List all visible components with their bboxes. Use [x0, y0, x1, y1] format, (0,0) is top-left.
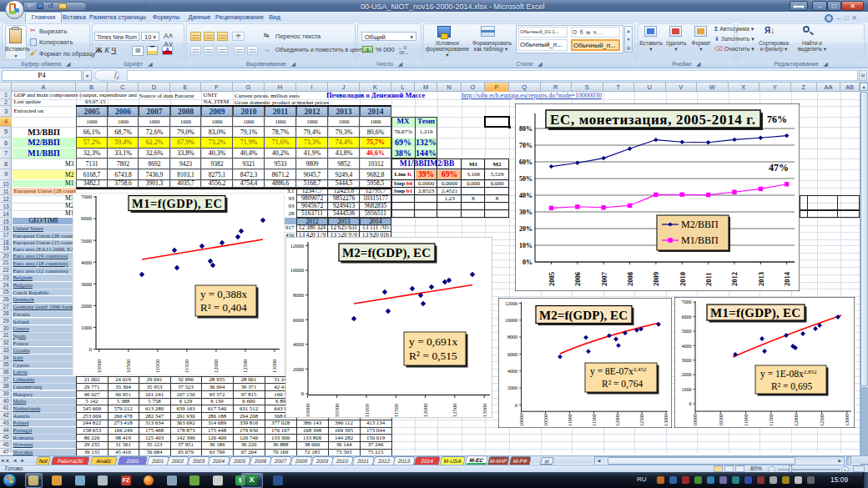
- svg-text:12000: 12000: [615, 414, 620, 426]
- svg-text:4000: 4000: [682, 344, 692, 349]
- svg-text:2014: 2014: [783, 271, 791, 286]
- svg-text:80%: 80%: [519, 125, 532, 133]
- svg-text:2009: 2009: [652, 272, 660, 286]
- svg-text:10500: 10500: [334, 404, 340, 417]
- svg-text:2008: 2008: [626, 272, 634, 286]
- svg-text:0: 0: [301, 390, 304, 396]
- svg-text:10%: 10%: [519, 242, 532, 249]
- svg-text:0: 0: [515, 403, 517, 408]
- svg-text:10500: 10500: [719, 414, 724, 426]
- svg-text:4000: 4000: [81, 259, 92, 265]
- svg-text:13000: 13000: [845, 414, 850, 426]
- svg-text:13000: 13000: [271, 360, 277, 373]
- svg-text:6000: 6000: [81, 215, 92, 221]
- svg-text:60%: 60%: [519, 158, 532, 166]
- svg-text:3000: 3000: [682, 358, 692, 363]
- svg-text:12500: 12500: [242, 360, 248, 373]
- svg-text:M2=f(GDP), ЕС: M2=f(GDP), ЕС: [539, 309, 628, 323]
- svg-text:11000: 11000: [154, 360, 160, 373]
- svg-text:12500: 12500: [639, 414, 644, 426]
- svg-text:2010: 2010: [679, 272, 687, 286]
- svg-text:4000: 4000: [507, 369, 517, 374]
- svg-text:2011: 2011: [704, 272, 713, 286]
- svg-text:ЕС, монетизация, 2005-2014 г.: ЕС, монетизация, 2005-2014 г.: [550, 112, 755, 128]
- svg-text:11000: 11000: [364, 404, 370, 417]
- svg-text:3000: 3000: [81, 281, 92, 287]
- svg-text:12000: 12000: [213, 360, 219, 373]
- svg-text:0%: 0%: [522, 259, 532, 266]
- svg-text:1000: 1000: [81, 324, 92, 330]
- svg-text:0: 0: [89, 346, 92, 352]
- svg-text:2000: 2000: [507, 385, 517, 390]
- svg-text:11000: 11000: [744, 414, 749, 426]
- svg-text:11500: 11500: [769, 414, 774, 426]
- svg-text:2006: 2006: [573, 272, 582, 286]
- svg-text:М1/ВВП: М1/ВВП: [681, 234, 719, 246]
- svg-text:M1=f(GDP), ЕС: M1=f(GDP), ЕС: [132, 197, 222, 211]
- svg-text:10000: 10000: [519, 414, 524, 426]
- svg-text:M2=f(GDP), ЕС: M2=f(GDP), ЕС: [342, 246, 431, 260]
- svg-text:20%: 20%: [519, 225, 532, 233]
- svg-text:5000: 5000: [81, 238, 92, 244]
- svg-text:12000: 12000: [422, 404, 428, 417]
- svg-text:7000: 7000: [682, 299, 692, 304]
- svg-text:12500: 12500: [820, 414, 825, 426]
- svg-text:R² = 0,404: R² = 0,404: [200, 301, 247, 314]
- svg-text:40%: 40%: [519, 192, 532, 199]
- svg-text:12000: 12000: [794, 414, 799, 426]
- svg-text:6000: 6000: [507, 352, 517, 357]
- svg-text:10000: 10000: [693, 414, 698, 426]
- svg-text:М2/ВВП: М2/ВВП: [681, 219, 719, 230]
- svg-text:10500: 10500: [125, 360, 131, 373]
- svg-text:0: 0: [689, 401, 692, 406]
- svg-text:11000: 11000: [568, 414, 573, 426]
- svg-text:11500: 11500: [393, 404, 399, 417]
- svg-text:2013: 2013: [757, 272, 765, 286]
- svg-text:M1=f(GDP), ЕС: M1=f(GDP), ЕС: [710, 306, 800, 320]
- svg-text:2000: 2000: [682, 372, 692, 377]
- svg-text:y = 0,388x: y = 0,388x: [200, 288, 248, 300]
- svg-text:7000: 7000: [81, 194, 92, 199]
- svg-text:2007: 2007: [600, 271, 608, 286]
- svg-text:50%: 50%: [519, 175, 532, 183]
- svg-text:2000: 2000: [81, 303, 92, 309]
- svg-text:6000: 6000: [293, 317, 304, 323]
- svg-text:12500: 12500: [452, 404, 457, 417]
- svg-text:4000: 4000: [293, 341, 304, 347]
- svg-text:13000: 13000: [482, 404, 487, 417]
- svg-text:6000: 6000: [682, 314, 692, 319]
- svg-text:y = 0,691x: y = 0,691x: [409, 335, 457, 348]
- svg-text:R² = 0,515: R² = 0,515: [409, 350, 457, 362]
- svg-text:10000: 10000: [96, 360, 102, 373]
- svg-text:10000: 10000: [305, 404, 310, 417]
- svg-text:10500: 10500: [543, 414, 548, 426]
- svg-text:1000: 1000: [682, 387, 692, 392]
- svg-text:2005: 2005: [548, 272, 556, 286]
- svg-text:30%: 30%: [519, 209, 532, 216]
- svg-text:5000: 5000: [682, 329, 692, 334]
- svg-text:2000: 2000: [293, 366, 304, 372]
- svg-text:10000: 10000: [505, 318, 517, 323]
- svg-text:8000: 8000: [507, 335, 517, 340]
- svg-text:11500: 11500: [592, 414, 597, 426]
- svg-text:76%: 76%: [767, 113, 787, 125]
- svg-text:70%: 70%: [519, 142, 532, 149]
- svg-text:R² = 0,695: R² = 0,695: [771, 381, 812, 392]
- svg-text:R² = 0,764: R² = 0,764: [602, 379, 643, 390]
- svg-text:12000: 12000: [290, 243, 304, 249]
- svg-text:11500: 11500: [184, 360, 189, 373]
- svg-text:8000: 8000: [293, 292, 304, 298]
- svg-text:12000: 12000: [505, 301, 517, 306]
- svg-text:2012: 2012: [730, 272, 739, 286]
- svg-text:13000: 13000: [664, 414, 669, 426]
- svg-text:47%: 47%: [769, 162, 789, 174]
- svg-text:10000: 10000: [290, 267, 304, 273]
